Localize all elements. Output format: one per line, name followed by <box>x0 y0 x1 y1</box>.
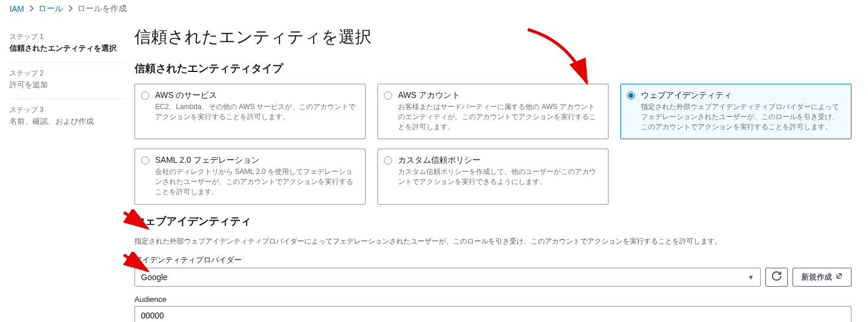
select-value: Google <box>141 272 167 282</box>
wizard-sidebar: ステップ 1 信頼されたエンティティを選択 ステップ 2 許可を追加 ステップ … <box>9 19 134 322</box>
step-title: 名前、確認、および作成 <box>9 116 125 127</box>
radio-icon <box>141 91 149 100</box>
entity-option-title: カスタム信頼ポリシー <box>398 155 601 166</box>
entity-option-title: AWS のサービス <box>155 90 358 101</box>
radio-icon <box>384 91 392 100</box>
radio-icon <box>141 156 149 165</box>
entity-option-desc: お客様またはサードパーティーに属する他の AWS アカウントのエンティティが、こ… <box>398 102 601 132</box>
step-title: 許可を追加 <box>9 80 125 90</box>
entity-option-title: AWS アカウント <box>398 90 601 101</box>
page-title: 信頼されたエンティティを選択 <box>134 26 851 48</box>
entity-option-web-identity[interactable]: ウェブアイデンティティ 指定された外部ウェブアイデンティティプロバイダーによって… <box>620 84 851 139</box>
entity-option-title: SAML 2.0 フェデレーション <box>155 155 358 166</box>
breadcrumb: IAM ロール ロールを作成 <box>0 0 868 19</box>
audience-input[interactable] <box>134 306 851 322</box>
wizard-step-3[interactable]: ステップ 3 名前、確認、および作成 <box>9 99 125 135</box>
entity-option-desc: 指定された外部ウェブアイデンティティプロバイダーによってフェデレーションされたユ… <box>641 102 844 132</box>
web-identity-heading: ウェブアイデンティティ <box>134 214 851 228</box>
breadcrumb-link-roles[interactable]: ロール <box>38 4 63 14</box>
breadcrumb-current: ロールを作成 <box>77 4 127 14</box>
main-content: 信頼されたエンティティを選択 信頼されたエンティティタイプ AWS のサービス … <box>134 19 859 322</box>
wizard-step-1[interactable]: ステップ 1 信頼されたエンティティを選択 <box>9 26 125 63</box>
radio-icon <box>627 91 635 100</box>
entity-option-desc: カスタム信頼ポリシーを作成して、他のユーザーがこのアカウントでアクションを実行で… <box>398 167 601 187</box>
entity-option-desc: 会社のディレクトリから SAML 2.0 を使用してフェデレーションされたユーザ… <box>155 167 358 196</box>
refresh-button[interactable] <box>765 268 788 287</box>
step-number: ステップ 3 <box>9 105 125 115</box>
create-new-button[interactable]: 新規作成 <box>793 268 851 287</box>
step-number: ステップ 1 <box>9 32 125 42</box>
step-number: ステップ 2 <box>9 68 125 78</box>
identity-provider-label: アイデンティティプロバイダー <box>134 255 851 265</box>
wizard-step-2[interactable]: ステップ 2 許可を追加 <box>9 63 125 99</box>
radio-icon <box>384 156 392 165</box>
button-label: 新規作成 <box>801 272 832 282</box>
step-title: 信頼されたエンティティを選択 <box>9 43 125 54</box>
entity-type-heading: 信頼されたエンティティタイプ <box>134 61 851 75</box>
refresh-icon <box>772 271 781 282</box>
entity-option-saml[interactable]: SAML 2.0 フェデレーション 会社のディレクトリから SAML 2.0 を… <box>134 149 366 204</box>
identity-provider-select[interactable]: Google ▼ <box>134 268 761 287</box>
audience-label: Audience <box>134 295 851 304</box>
web-identity-desc: 指定された外部ウェブアイデンティティプロバイダーによってフェデレーションされたユ… <box>134 236 851 247</box>
entity-option-aws-account[interactable]: AWS アカウント お客様またはサードパーティーに属する他の AWS アカウント… <box>377 84 609 139</box>
entity-option-desc: EC2、Lambda、その他の AWS サービスが、このアカウントでアクションを… <box>155 102 358 122</box>
chevron-right-icon <box>68 4 73 14</box>
breadcrumb-link-iam[interactable]: IAM <box>9 4 24 14</box>
entity-option-custom-trust[interactable]: カスタム信頼ポリシー カスタム信頼ポリシーを作成して、他のユーザーがこのアカウン… <box>377 149 609 204</box>
chevron-right-icon <box>29 4 34 14</box>
external-link-icon <box>836 272 843 281</box>
chevron-down-icon: ▼ <box>748 274 754 281</box>
entity-option-title: ウェブアイデンティティ <box>641 90 844 101</box>
entity-option-aws-service[interactable]: AWS のサービス EC2、Lambda、その他の AWS サービスが、このアカ… <box>134 84 366 139</box>
